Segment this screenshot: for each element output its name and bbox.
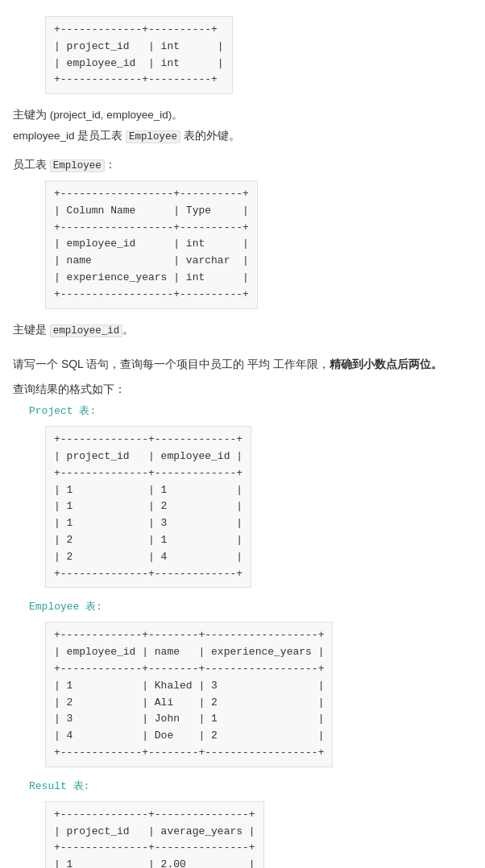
employee-table-code: +------------------+----------+ | Column… bbox=[45, 180, 258, 309]
employee-sample-label: Employee 表: bbox=[29, 599, 472, 614]
question-block: 请写一个 SQL 语句，查询每一个项目中员工的 平均 工作年限，精确到小数点后两… bbox=[13, 354, 472, 374]
top-table: +-------------+----------+ | project_id … bbox=[29, 11, 472, 99]
query-format-label: 查询结果的格式如下： bbox=[13, 382, 472, 397]
project-table-code: +--------------+-------------+ | project… bbox=[45, 426, 251, 588]
employee-pk-code: employee_id bbox=[50, 324, 123, 337]
foreign-key-code: Employee bbox=[126, 130, 180, 143]
result-table: +--------------+---------------+ | proje… bbox=[29, 796, 472, 868]
top-table-code: +-------------+----------+ | project_id … bbox=[45, 16, 233, 94]
employee-sample-table: +-------------+--------+----------------… bbox=[29, 617, 472, 771]
employee-pk-note: 主键是 employee_id。 bbox=[13, 320, 472, 341]
result-table-code: +--------------+---------------+ | proje… bbox=[45, 801, 264, 868]
project-sample-table: +--------------+-------------+ | project… bbox=[29, 421, 472, 593]
result-table-label: Result 表: bbox=[29, 779, 472, 793]
employee-table-label: 员工表 Employee： bbox=[13, 158, 472, 172]
employee-schema-table: +------------------+----------+ | Column… bbox=[29, 176, 472, 314]
primary-key-note: 主键为 (project_id, employee_id)。 bbox=[13, 105, 472, 125]
question-line1: 请写一个 SQL 语句，查询每一个项目中员工的 平均 工作年限，精确到小数点后两… bbox=[13, 354, 472, 374]
project-table-label: Project 表: bbox=[29, 403, 472, 418]
employee-sample-code: +-------------+--------+----------------… bbox=[45, 622, 333, 767]
foreign-key-note: employee_id 是员工表 Employee 表的外键。 bbox=[13, 126, 472, 147]
